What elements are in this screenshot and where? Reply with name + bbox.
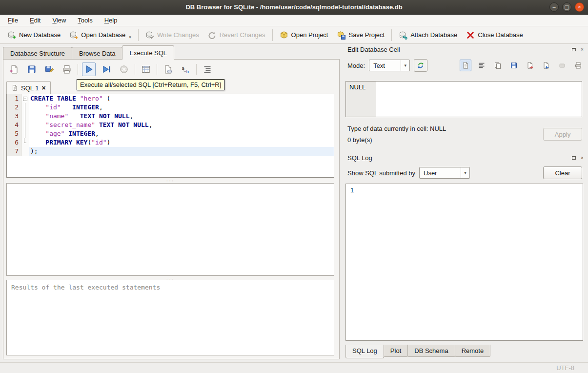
attach-database-icon: [399, 31, 407, 40]
cell-type-info: Type of data currently in cell: NULL: [347, 125, 446, 132]
mode-select[interactable]: Text ▾: [369, 60, 410, 71]
bottom-tab-remote[interactable]: Remote: [455, 345, 491, 357]
write-changes-icon: [145, 31, 154, 40]
save-results-button[interactable]: [161, 62, 175, 76]
float-dock-icon[interactable]: [571, 46, 577, 52]
results-placeholder: Results of the last executed statements: [11, 284, 160, 291]
encoding-indicator: UTF-8: [556, 364, 574, 372]
sql-log-list[interactable]: 1: [345, 184, 583, 341]
tab-execute-sql[interactable]: Execute SQL: [122, 45, 174, 60]
open-sql-file-button[interactable]: [7, 62, 21, 76]
toolbar-button-label: New Database: [19, 31, 61, 39]
toolbar-button-label: Revert Changes: [220, 31, 265, 39]
fold-margin: [21, 112, 29, 121]
cell-mode-row: Mode: Text ▾: [347, 59, 584, 72]
save-cell-button[interactable]: [508, 60, 520, 71]
fold-margin: [21, 138, 29, 147]
cell-size-info: 0 byte(s): [347, 136, 372, 144]
text-mode-icon: [462, 62, 469, 69]
close-button[interactable]: ×: [575, 2, 584, 12]
dock-tab-bar: SQL LogPlotDB SchemaRemote: [345, 345, 490, 358]
save-cell-icon: [510, 62, 518, 69]
results-message-area[interactable]: Results of the last executed statements: [6, 280, 334, 355]
bottom-tab-db-schema[interactable]: DB Schema: [407, 345, 455, 357]
tooltip: Execute all/selected SQL [Ctrl+Return, F…: [77, 79, 224, 90]
set-null-button[interactable]: [556, 60, 568, 71]
menu-item-view[interactable]: View: [46, 15, 72, 25]
tab-browse-data[interactable]: Browse Data: [72, 47, 122, 60]
menu-item-help[interactable]: Help: [99, 15, 123, 25]
toolbar-button-open-project[interactable]: Open Project: [275, 28, 333, 42]
main-toolbar: New DatabaseOpen Database▾Write ChangesR…: [0, 26, 588, 44]
import-cell-icon: [542, 62, 550, 69]
print-cell-button[interactable]: [572, 60, 584, 71]
import-cell-button[interactable]: [540, 60, 552, 71]
sql-editor[interactable]: 1−CREATE TABLE "hero" (2 "id" INTEGER,3 …: [6, 94, 334, 178]
bottom-tab-plot[interactable]: Plot: [384, 345, 408, 357]
toolbar-button-save-project[interactable]: Save Project: [332, 28, 389, 42]
menu-item-file[interactable]: File: [2, 15, 24, 25]
tab-database-structure[interactable]: Database Structure: [3, 47, 72, 60]
open-database-icon: [69, 31, 78, 40]
toolbar-button-close-database[interactable]: Close Database: [462, 28, 527, 42]
export-cell-button[interactable]: [524, 60, 536, 71]
copy-cell-button[interactable]: [492, 60, 504, 71]
mode-value: Text: [373, 62, 385, 69]
save-sql-as-icon: [44, 64, 54, 74]
sql-toolbar: ab: [7, 62, 214, 77]
revert-changes-icon: [208, 31, 217, 40]
export-results-button[interactable]: [139, 62, 153, 76]
toolbar-button-new-database[interactable]: New Database: [3, 28, 65, 42]
line-number: 1: [7, 94, 21, 103]
auto-mode-button[interactable]: [414, 59, 427, 72]
chevron-down-icon: ▾: [401, 60, 409, 71]
execute-line-icon: [101, 64, 111, 74]
toolbar-button-label: Open Database: [81, 31, 125, 39]
apply-button[interactable]: Apply: [543, 128, 582, 141]
text-mode-button[interactable]: [460, 60, 471, 71]
fold-margin: [21, 129, 29, 138]
close-dock-icon[interactable]: ×: [579, 46, 585, 52]
menu-item-tools[interactable]: Tools: [72, 15, 98, 25]
sql-log-filter-row: Show SQL submitted by User ▾ Clear: [347, 166, 582, 180]
results-grid[interactable]: [6, 183, 334, 276]
filter-label: Show SQL submitted by: [347, 169, 415, 177]
print-sql-button[interactable]: [60, 62, 74, 76]
menu-item-edit[interactable]: Edit: [24, 15, 46, 25]
editor-line: 4 "secret_name" TEXT NOT NULL,: [7, 121, 334, 129]
format-sql-button[interactable]: [201, 62, 214, 76]
close-tab-icon[interactable]: ×: [41, 84, 45, 91]
save-sql-as-button[interactable]: [42, 62, 56, 76]
fold-margin[interactable]: −: [21, 94, 29, 103]
clear-button[interactable]: Clear: [543, 166, 582, 179]
submitter-select[interactable]: User ▾: [419, 167, 470, 179]
toolbar-button-attach-database[interactable]: Attach Database: [394, 28, 462, 42]
minimize-button[interactable]: –: [549, 2, 559, 12]
float-dock-icon[interactable]: [571, 155, 577, 161]
toolbar-button-open-database[interactable]: Open Database▾: [65, 28, 136, 42]
export-cell-icon: [526, 62, 534, 69]
execute-all-button[interactable]: [82, 62, 96, 76]
close-dock-icon[interactable]: ×: [579, 155, 585, 161]
statusbar: UTF-8: [0, 362, 588, 373]
bottom-tab-sql-log[interactable]: SQL Log: [345, 345, 384, 358]
execute-line-button[interactable]: [100, 62, 113, 76]
cell-editor[interactable]: NULL: [345, 81, 582, 117]
fold-marker-icon[interactable]: −: [23, 97, 27, 101]
editor-line: 6 PRIMARY KEY("id"): [7, 138, 334, 147]
toolbar-button-revert-changes[interactable]: Revert Changes: [203, 28, 270, 42]
align-text-button[interactable]: [476, 60, 487, 71]
save-sql-file-button[interactable]: [25, 62, 39, 76]
set-null-icon: [558, 62, 566, 69]
fold-margin: [21, 103, 29, 112]
tab-sql-1[interactable]: SQL 1 ×: [6, 81, 51, 94]
maximize-button[interactable]: ▢: [562, 2, 571, 12]
splitter-handle[interactable]: ···: [6, 178, 334, 183]
code-text: "age" INTEGER,: [29, 129, 334, 138]
toolbar-button-write-changes[interactable]: Write Changes: [141, 28, 203, 42]
find-replace-button[interactable]: ab: [179, 62, 192, 76]
stop-execution-icon: [119, 64, 129, 74]
sql-file-icon: [11, 84, 18, 91]
svg-text:b: b: [186, 69, 189, 74]
stop-execution-button[interactable]: [117, 62, 131, 76]
